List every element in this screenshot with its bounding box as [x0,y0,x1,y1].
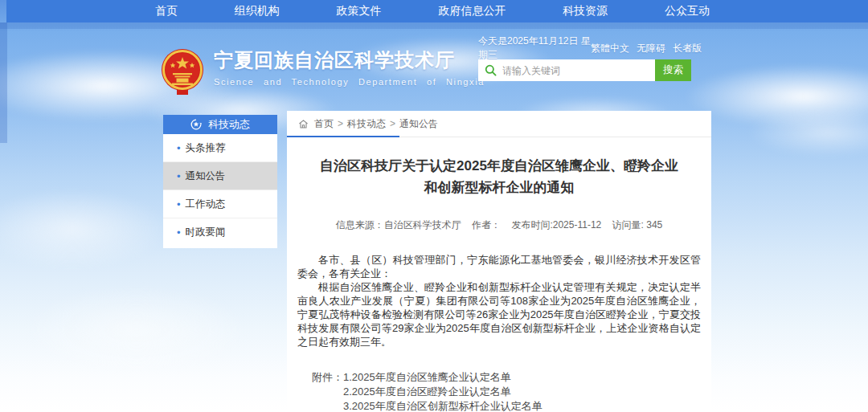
top-navigation-items: 首页 组织机构 政策文件 政府信息公开 科技资源 公众互动 [155,0,710,22]
breadcrumb-separator: > [390,118,395,129]
main-content-panel: 首页 > 科技动态 > 通知公告 自治区科技厅关于认定2025年度自治区雏鹰企业… [287,111,711,412]
sidebar-item-label: 工作动态 [186,198,226,211]
sidebar-item-current-politics[interactable]: • 时政要闻 [163,218,277,247]
search-button[interactable]: 搜索 [655,59,691,81]
bullet-icon: • [177,227,181,238]
breadcrumb-active-underline [287,136,399,137]
article-title-line2: 和创新型标杆企业的通知 [297,177,701,198]
article-body: 各市、县（区）科技管理部门，宁东能源化工基地管委会，银川经济技术开发区管委会，各… [297,253,701,349]
elderly-version-link[interactable]: 长者版 [673,42,702,55]
top-navigation-bar: 首页 组织机构 政策文件 政府信息公开 科技资源 公众互动 [6,0,868,22]
site-name: 宁夏回族自治区科学技术厅 [214,48,485,72]
sidebar-sci-tech-news: 科技动态 • 头条推荐 • 通知公告 • 工作动态 • 时政要闻 [163,115,277,248]
attachments-label: 附件： [312,370,343,412]
sidebar-item-headline-recommend[interactable]: • 头条推荐 [163,134,277,162]
meta-visits: 访问量: 345 [612,219,663,230]
breadcrumb: 首页 > 科技动态 > 通知公告 [287,111,711,137]
search-input[interactable] [478,59,655,81]
bullet-icon: • [177,171,181,182]
language-links: 繁體中文 无障碍 长者版 [591,42,702,55]
breadcrumb-home[interactable]: 首页 [314,117,334,131]
cloud-decoration [24,285,249,373]
national-emblem-icon [161,48,204,96]
sidebar-item-label: 时政要闻 [186,226,226,239]
search-icon [485,64,497,76]
nav-item-home[interactable]: 首页 [155,4,178,18]
article-paragraph-salutation: 各市、县（区）科技管理部门，宁东能源化工基地管委会，银川经济技术开发区管委会，各… [297,253,701,280]
sidebar-title: 科技动态 [208,117,250,132]
home-icon [298,119,309,129]
meta-source: 信息来源：自治区科学技术厅 [336,219,461,230]
attachments-list: 1.2025年度自治区雏鹰企业认定名单 2.2025年度自治区瞪羚企业认定名单 … [343,370,542,412]
sidebar-header: 科技动态 [163,115,277,134]
article-meta: 信息来源：自治区科学技术厅 作者： 发布时间:2025-11-12 访问量: 3… [297,218,701,232]
nav-item-gov-info-disclosure[interactable]: 政府信息公开 [438,4,506,18]
attachment-link-3[interactable]: 3.2025年度自治区创新型标杆企业认定名单 [343,399,542,412]
nav-item-public-interaction[interactable]: 公众互动 [665,4,710,18]
site-title: 宁夏回族自治区科学技术厅 Science and Technology Depa… [214,48,485,87]
article: 自治区科技厅关于认定2025年度自治区雏鹰企业、瞪羚企业 和创新型标杆企业的通知… [287,155,711,412]
breadcrumb-sci-tech-news[interactable]: 科技动态 [347,117,386,131]
site-name-english: Science and Technology Department of Nin… [214,77,485,87]
breadcrumb-notices[interactable]: 通知公告 [399,117,438,131]
sidebar-item-label: 通知公告 [186,169,226,183]
search-input-wrap [478,59,655,81]
nav-item-policy-documents[interactable]: 政策文件 [337,4,382,18]
site-logo[interactable]: 宁夏回族自治区科学技术厅 Science and Technology Depa… [161,48,485,96]
attachments-block: 附件： 1.2025年度自治区雏鹰企业认定名单 2.2025年度自治区瞪羚企业认… [312,370,701,412]
meta-author: 作者： [472,219,501,230]
article-title: 自治区科技厅关于认定2025年度自治区雏鹰企业、瞪羚企业 和创新型标杆企业的通知 [297,155,701,198]
sidebar-item-work-news[interactable]: • 工作动态 [163,190,277,218]
article-paragraph-main: 根据自治区雏鹰企业、瞪羚企业和创新型标杆企业认定管理有关规定，决定认定半亩良人农… [297,280,701,349]
cloud-decoration [0,189,169,269]
accessibility-link[interactable]: 无障碍 [637,42,665,55]
cloud-decoration [747,108,868,157]
sidebar-item-label: 头条推荐 [186,141,226,155]
bullet-icon: • [177,199,181,210]
meta-published: 发布时间:2025-11-12 [511,219,601,230]
circular-star-icon [190,119,202,130]
search-bar: 搜索 [478,59,691,81]
attachment-link-1[interactable]: 1.2025年度自治区雏鹰企业认定名单 [343,370,542,385]
attachment-link-2[interactable]: 2.2025年度自治区瞪羚企业认定名单 [343,385,542,399]
header-utility-row: 今天是2025年11月12日 星期三 繁體中文 无障碍 长者版 [478,42,702,55]
sidebar-item-notices[interactable]: • 通知公告 [163,162,277,190]
nav-item-organization[interactable]: 组织机构 [235,4,280,18]
article-title-line1: 自治区科技厅关于认定2025年度自治区雏鹰企业、瞪羚企业 [297,155,701,177]
bullet-icon: • [177,143,181,153]
nav-item-sci-tech-resources[interactable]: 科技资源 [563,4,608,18]
page-frame-edge [0,22,7,143]
breadcrumb-separator: > [338,118,343,129]
page-frame-edge [0,22,868,29]
traditional-chinese-link[interactable]: 繁體中文 [591,42,629,55]
current-date: 今天是2025年11月12日 星期三 [478,35,591,62]
